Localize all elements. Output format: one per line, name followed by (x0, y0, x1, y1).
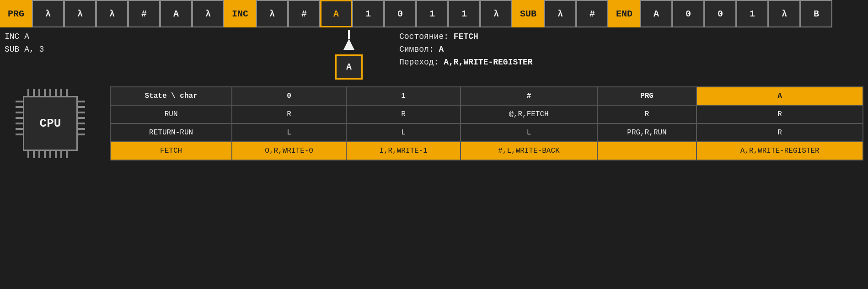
tape-cell-18: # (576, 0, 608, 27)
code-line-1: INC A (5, 32, 96, 41)
tape-cell-13: 1 (416, 0, 448, 27)
table-row: FETCHO,R,WRITE-0I,R,WRITE-1#,L,WRITE-BAC… (110, 142, 863, 160)
cpu-label: CPU (40, 117, 61, 130)
table-cell-2: I,R,WRITE-1 (346, 142, 461, 160)
head-cell: A (335, 54, 363, 80)
tape-cell-2: λ (64, 0, 96, 27)
table-row: RETURN-RUNLLLPRG,R,RUNR (110, 123, 863, 142)
table-cell-3: @,R,FETCH (461, 105, 597, 123)
symbol-line: Символ: A (399, 45, 533, 54)
tape-cell-8: λ (256, 0, 288, 27)
tape-cell-24: λ (768, 0, 800, 27)
tape-cell-11: 1 (352, 0, 384, 27)
tape-cell-22: 0 (704, 0, 736, 27)
cpu-pins-left (16, 101, 23, 135)
table-cell-1: O,R,WRITE-0 (232, 142, 346, 160)
table-cell-5: R (697, 105, 863, 123)
table-header-5: A (697, 87, 863, 105)
tape-cell-14: 1 (448, 0, 480, 27)
table-cell-3: L (461, 123, 597, 142)
arrow-up-icon (343, 39, 354, 50)
tape-cell-25: B (800, 0, 832, 27)
tape-cell-9: # (288, 0, 320, 27)
table-cell-1: L (232, 123, 346, 142)
transition-table: State \ char01#PRGARUNRR@,R,FETCHRRRETUR… (110, 86, 863, 161)
table-cell-2: R (346, 105, 461, 123)
table-cell-3: #,L,WRITE-BACK (461, 142, 597, 160)
tape-cell-15: λ (480, 0, 512, 27)
tape-cell-10: A (320, 0, 352, 27)
tape-cell-1: λ (32, 0, 64, 27)
state-info: Состояние: FETCH Символ: A Переход: A,R,… (399, 30, 533, 67)
tape-cell-5: A (160, 0, 192, 27)
table-cell-4: R (597, 105, 697, 123)
table-header-3: # (461, 87, 597, 105)
code-line-2: SUB A, 3 (5, 45, 96, 54)
cpu-pins-bottom (27, 151, 68, 158)
arrow-head-column: A (335, 30, 363, 80)
main-layout: PRGλλλ#AλINCλ#A1011λSUBλ#ENDA001λB INC A… (0, 0, 868, 165)
tape-cell-20: A (640, 0, 672, 27)
cpu-chip: CPU (23, 96, 78, 151)
tape-cell-3: λ (96, 0, 128, 27)
tape-cell-23: 1 (736, 0, 768, 27)
table-header-1: 0 (232, 87, 346, 105)
table-cell-5: R (697, 123, 863, 142)
tape-cell-19: END (608, 0, 640, 27)
tape-cell-16: SUB (512, 0, 544, 27)
tape-cell-21: 0 (672, 0, 704, 27)
table-cell-0: FETCH (110, 142, 232, 160)
tape-cell-4: # (128, 0, 160, 27)
tape-cell-7: INC (224, 0, 256, 27)
table-cell-4: PRG,R,RUN (597, 123, 697, 142)
table-cell-2: L (346, 123, 461, 142)
table-cell-4 (597, 142, 697, 160)
state-line: Состояние: FETCH (399, 32, 533, 41)
cpu-container: CPU (5, 86, 96, 161)
tape-cell-6: λ (192, 0, 224, 27)
cpu-pins-right (78, 101, 85, 135)
code-block: INC A SUB A, 3 (5, 30, 96, 54)
table-header-0: State \ char (110, 87, 232, 105)
arrow-stem (348, 30, 350, 39)
tape-cell-12: 0 (384, 0, 416, 27)
tape-cell-17: λ (544, 0, 576, 27)
table-cell-1: R (232, 105, 346, 123)
table-header-4: PRG (597, 87, 697, 105)
transition-line: Переход: A,R,WRITE-REGISTER (399, 58, 533, 67)
middle-row: INC A SUB A, 3 A Состояние: FETCH Символ… (0, 30, 868, 80)
tape-cell-0: PRG (0, 0, 32, 27)
table-cell-0: RUN (110, 105, 232, 123)
table-cell-5: A,R,WRITE-REGISTER (697, 142, 863, 160)
table-header-2: 1 (346, 87, 461, 105)
bottom-section: CPU (0, 82, 868, 165)
table-cell-0: RETURN-RUN (110, 123, 232, 142)
cpu-icon: CPU (14, 87, 87, 160)
tape-row: PRGλλλ#AλINCλ#A1011λSUBλ#ENDA001λB (0, 0, 868, 27)
table-row: RUNRR@,R,FETCHRR (110, 105, 863, 123)
cpu-pins-top (27, 89, 68, 96)
